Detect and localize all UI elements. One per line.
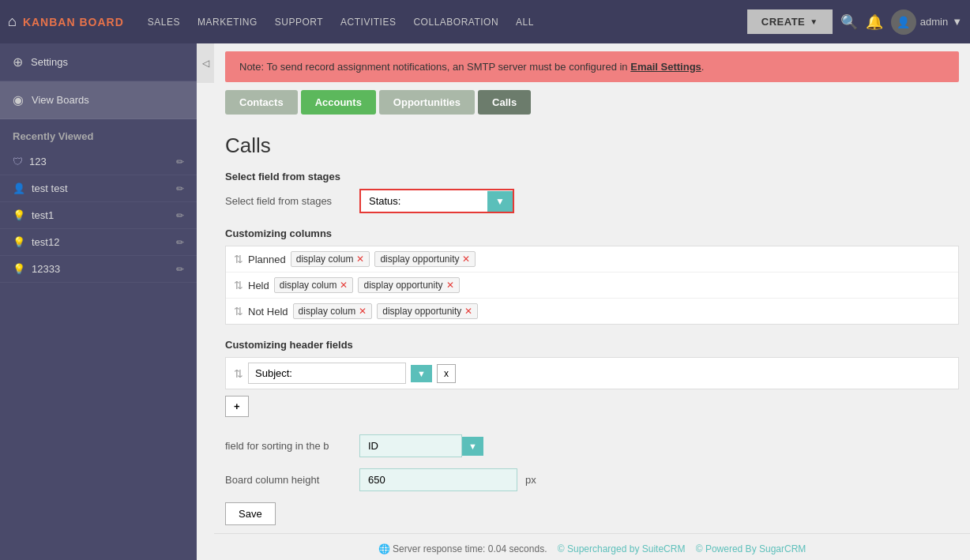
col-tag-display-colum-1: display colum ✕ xyxy=(274,277,354,293)
bulb-icon: 💡 xyxy=(13,263,25,275)
drag-handle-icon[interactable]: ⇅ xyxy=(234,279,243,291)
main-content: Note: To send record assignment notifica… xyxy=(214,43,970,560)
header-remove-button[interactable]: x xyxy=(437,364,456,383)
rv-item-test1[interactable]: 💡 test1 ✏ xyxy=(0,202,197,229)
sort-row: field for sorting in the b ▼ xyxy=(225,434,959,457)
col-tag-display-opp-2: display opportunity ✕ xyxy=(377,303,478,319)
sort-select-input[interactable] xyxy=(359,434,462,457)
header-dropdown-button[interactable]: ▼ xyxy=(411,365,432,382)
email-settings-link[interactable]: Email Settings xyxy=(630,61,701,73)
layout: ⊕ Settings ◉ View Boards Recently Viewed… xyxy=(0,43,970,560)
remove-tag-icon[interactable]: ✕ xyxy=(356,254,364,265)
height-label: Board column height xyxy=(225,474,352,486)
select-field-row: Select field from stages ▼ xyxy=(225,189,959,213)
home-icon[interactable]: ⌂ xyxy=(8,13,17,30)
nav-collaboration[interactable]: COLLABORATION xyxy=(405,12,506,32)
drag-handle-icon[interactable]: ⇅ xyxy=(234,253,243,265)
recently-viewed-title: Recently Viewed xyxy=(0,119,197,148)
recently-viewed-list: 🛡 123 ✏ 👤 test test ✏ 💡 test1 ✏ xyxy=(0,148,197,283)
edit-icon[interactable]: ✏ xyxy=(176,156,184,167)
tab-contacts[interactable]: Contacts xyxy=(225,90,298,115)
rv-name: test test xyxy=(32,182,68,194)
edit-icon[interactable]: ✏ xyxy=(176,210,184,221)
tab-bar: Contacts Accounts Opportunities Calls xyxy=(214,90,970,126)
sidebar-item-settings[interactable]: ⊕ Settings xyxy=(0,43,197,81)
create-caret-icon: ▼ xyxy=(810,17,818,26)
select-field-title: Select field from stages xyxy=(225,171,959,182)
nav-activities[interactable]: ACTIVITIES xyxy=(333,12,404,32)
remove-tag-icon[interactable]: ✕ xyxy=(340,280,348,291)
nav-support[interactable]: SUPPORT xyxy=(267,12,331,32)
rv-name: 123 xyxy=(29,156,47,167)
remove-tag-icon[interactable]: ✕ xyxy=(446,280,454,291)
col-tag-display-opp-1: display opportunity ✕ xyxy=(358,277,459,293)
brand-name: KANBAN BOARD xyxy=(23,16,124,28)
status-select-input[interactable] xyxy=(361,190,487,212)
rv-item-test-test[interactable]: 👤 test test ✏ xyxy=(0,175,197,202)
bulb-icon: 💡 xyxy=(13,236,25,248)
col-name-planned: Planned xyxy=(248,254,286,265)
footer: 🌐 Server response time: 0.04 seconds. © … xyxy=(214,533,970,560)
remove-tag-icon[interactable]: ✕ xyxy=(462,254,470,265)
edit-icon[interactable]: ✏ xyxy=(176,237,184,248)
bulb-icon: 💡 xyxy=(13,209,25,221)
sort-dropdown-button[interactable]: ▼ xyxy=(462,437,483,456)
px-label: px xyxy=(525,474,536,486)
customizing-columns-section: Customizing columns ⇅ Planned display co… xyxy=(225,227,959,325)
drag-handle-icon[interactable]: ⇅ xyxy=(234,305,243,318)
height-input[interactable] xyxy=(359,468,517,491)
sort-select-container: ▼ xyxy=(359,434,483,457)
brand-section: ⌂ KANBAN BOARD xyxy=(8,13,124,30)
avatar: 👤 xyxy=(891,9,916,35)
rv-name: test12 xyxy=(32,236,59,248)
col-tag-display-colum-2: display colum ✕ xyxy=(293,303,373,319)
save-button[interactable]: Save xyxy=(225,502,276,525)
col-tag-display-colum-0: display colum ✕ xyxy=(291,251,370,267)
status-dropdown-button[interactable]: ▼ xyxy=(487,191,513,212)
tab-opportunities[interactable]: Opportunities xyxy=(379,90,475,115)
sidebar-item-view-boards[interactable]: ◉ View Boards xyxy=(0,81,197,119)
collapse-sidebar-button[interactable]: ◁ xyxy=(197,43,214,83)
tab-accounts[interactable]: Accounts xyxy=(301,90,376,115)
create-button[interactable]: CREATE ▼ xyxy=(747,9,833,34)
rv-name: 12333 xyxy=(32,263,60,275)
sort-label: field for sorting in the b xyxy=(225,440,352,452)
admin-section[interactable]: 👤 admin ▼ xyxy=(891,9,962,35)
remove-tag-icon[interactable]: ✕ xyxy=(464,306,472,317)
add-header-field-button[interactable]: + xyxy=(225,396,249,417)
col-name-not-held: Not Held xyxy=(248,306,288,318)
nav-all[interactable]: ALL xyxy=(508,12,542,32)
settings-icon: ⊕ xyxy=(13,54,23,70)
rv-item-123[interactable]: 🛡 123 ✏ xyxy=(0,148,197,175)
nav-sales[interactable]: SALES xyxy=(140,12,188,32)
columns-table: ⇅ Planned display colum ✕ display opport… xyxy=(225,246,959,325)
nav-marketing[interactable]: MARKETING xyxy=(190,12,265,32)
drag-handle-icon[interactable]: ⇅ xyxy=(234,367,243,380)
select-field-section: Select field from stages Select field fr… xyxy=(225,171,959,213)
tab-calls[interactable]: Calls xyxy=(478,90,531,115)
col-name-held: Held xyxy=(248,280,269,291)
customizing-header-section: Customizing header fields ⇅ ▼ x + xyxy=(225,339,959,420)
navbar: ⌂ KANBAN BOARD SALES MARKETING SUPPORT A… xyxy=(0,0,970,43)
header-subject-input[interactable] xyxy=(248,363,406,384)
notifications-icon[interactable]: 🔔 xyxy=(866,13,883,31)
rv-item-12333[interactable]: 💡 12333 ✏ xyxy=(0,256,197,283)
view-boards-label: View Boards xyxy=(32,94,89,106)
admin-caret-icon: ▼ xyxy=(952,16,962,28)
remove-tag-icon[interactable]: ✕ xyxy=(359,306,367,317)
edit-icon[interactable]: ✏ xyxy=(176,264,184,275)
edit-icon[interactable]: ✏ xyxy=(176,183,184,194)
admin-label: admin xyxy=(920,16,948,28)
response-time: 🌐 xyxy=(378,543,393,554)
col-row-not-held: ⇅ Not Held display colum ✕ display oppor… xyxy=(226,299,958,324)
rv-item-test12[interactable]: 💡 test12 ✏ xyxy=(0,229,197,256)
eye-icon: ◉ xyxy=(13,92,24,107)
powered-text: © Powered By SugarCRM xyxy=(696,543,806,554)
header-field-row: ⇅ ▼ x xyxy=(225,357,959,389)
customizing-columns-title: Customizing columns xyxy=(225,227,959,239)
content-area: Calls Select field from stages Select fi… xyxy=(214,126,970,533)
shield-icon: 🛡 xyxy=(13,156,23,167)
status-select-container: ▼ xyxy=(359,189,514,213)
search-icon[interactable]: 🔍 xyxy=(840,13,858,31)
alert-banner: Note: To send record assignment notifica… xyxy=(225,51,959,82)
